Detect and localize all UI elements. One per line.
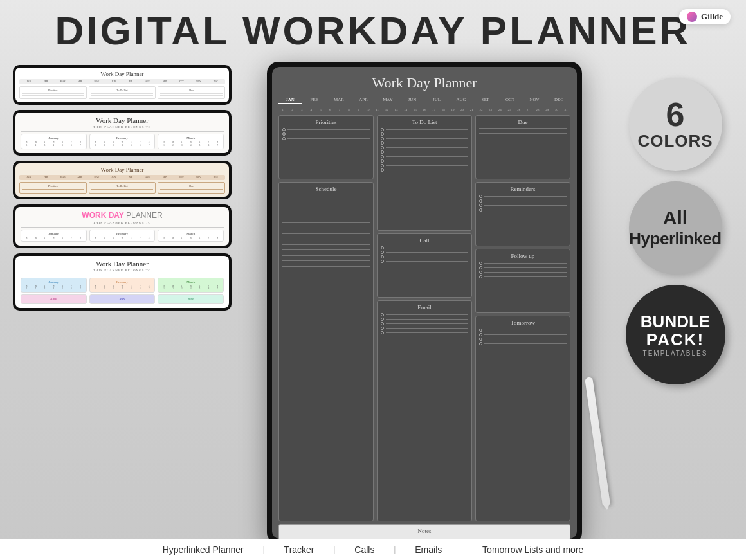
mini-tablet-5: Work Day Planner THIS PLANNER BELONGS TO… — [13, 253, 232, 311]
mini-tablet-1: Work Day Planner JAN FEB MAR APR MAY JUN… — [13, 65, 232, 105]
mini-tablet-5-screen: Work Day Planner THIS PLANNER BELONGS TO… — [15, 256, 229, 308]
mini-tablet-1-title: Work Day Planner — [19, 71, 225, 77]
planner-middle-column: To Do List — [377, 115, 472, 521]
email-box: Email — [377, 300, 472, 521]
hyperlinked-line1: All — [663, 207, 687, 229]
bottom-text-5: Tomorrow Lists and more — [482, 545, 583, 555]
followup-title: Follow up — [479, 253, 567, 259]
stylus — [585, 377, 610, 505]
priorities-title: Priorities — [282, 119, 370, 125]
mini-tablet-1-nav: JAN FEB MAR APR MAY JUN JUL AUG SEP OCT … — [19, 79, 225, 84]
bottom-text-4: Emails — [415, 545, 442, 555]
month-feb[interactable]: FEB — [303, 96, 326, 104]
center-tablet-area: Work Day Planner JAN FEB MAR APR MAY JUN… — [244, 59, 605, 554]
right-badges: 6 COLORS All Hyperlinked BUNDLE PACK! TE… — [617, 59, 733, 554]
mini-tablet-5-subtitle: THIS PLANNER BELONGS TO — [21, 269, 224, 272]
mini-tablet-2-screen: Work Day Planner THIS PLANNER BELONGS TO… — [15, 113, 229, 153]
main-title: DIGITAL WORKDAY PLANNER — [0, 8, 746, 53]
notes-box: Notes — [278, 524, 570, 539]
month-sep[interactable]: SEP — [474, 96, 497, 104]
followup-box: Follow up — [475, 249, 570, 313]
reminders-title: Reminders — [479, 186, 567, 192]
month-jul[interactable]: JUL — [425, 96, 448, 104]
todo-box: To Do List — [377, 115, 472, 231]
bottom-text-1: Hyperlinked Planner — [163, 545, 244, 555]
due-title: Due — [479, 119, 567, 125]
month-oct[interactable]: OCT — [498, 96, 522, 104]
mini-tablet-4-months: January SMTWTFS February SMTWTFS — [21, 230, 224, 242]
big-tablet-screen: Work Day Planner JAN FEB MAR APR MAY JUN… — [272, 67, 577, 539]
todo-title: To Do List — [381, 119, 468, 125]
bundle-sub: TEMPLATABLES — [643, 350, 708, 357]
mini-tablet-4-title: WORK DAY PLANNER — [21, 211, 224, 220]
mini-tablet-2-months: January SMTWTFS 1234567 February SMTWTFS… — [21, 134, 224, 149]
mini-tablet-3-sections: Priorities To Do List Due — [19, 182, 225, 194]
colors-badge: 6 COLORS — [629, 78, 722, 171]
brand-badge: Gillde — [679, 9, 731, 24]
planner-grid: Priorities Schedule — [278, 115, 570, 521]
brand-dot-icon — [687, 12, 697, 22]
month-jan[interactable]: JAN — [278, 96, 302, 104]
priorities-box: Priorities — [278, 115, 374, 179]
header: DIGITAL WORKDAY PLANNER Gillde — [0, 0, 746, 59]
planner-left-column: Priorities Schedule — [278, 115, 374, 521]
bottom-bar: Hyperlinked Planner | Tracker | Calls | … — [0, 539, 746, 560]
colors-label: COLORS — [637, 131, 713, 151]
month-navigation: JAN FEB MAR APR MAY JUN JUL AUG SEP OCT … — [278, 96, 570, 105]
big-tablet: Work Day Planner JAN FEB MAR APR MAY JUN… — [267, 62, 582, 544]
bundle-badge: BUNDLE PACK! TEMPLATABLES — [626, 285, 725, 384]
bottom-text-3: Calls — [354, 545, 374, 555]
hyperlinked-line2: Hyperlinked — [629, 229, 721, 249]
due-box: Due — [475, 115, 570, 179]
month-aug[interactable]: AUG — [450, 96, 473, 104]
mini-tablet-2-title: Work Day Planner — [21, 116, 224, 124]
mini-tablet-4-subtitle: THIS PLANNER BELONGS TO — [21, 221, 224, 224]
mini-tablet-5-title: Work Day Planner — [21, 260, 224, 267]
hyperlinked-badge: All Hyperlinked — [629, 181, 722, 275]
mini-tablet-3-screen: Work Day Planner JAN FEB MAR APR MAY JUN… — [15, 163, 229, 197]
call-box: Call — [377, 233, 472, 298]
planner-content: Work Day Planner JAN FEB MAR APR MAY JUN… — [272, 67, 577, 539]
mini-tablet-5-months-top: January SMTWTFS 1234567 February SMTWTFS… — [21, 278, 224, 293]
planner-right-column: Due Reminders — [475, 115, 570, 521]
mini-tablet-4: WORK DAY PLANNER THIS PLANNER BELONGS TO… — [13, 204, 232, 249]
mini-tablet-1-screen: Work Day Planner JAN FEB MAR APR MAY JUN… — [15, 68, 229, 102]
schedule-title: Schedule — [282, 186, 370, 192]
tomorrow-box: Tomorrow — [475, 316, 570, 521]
month-dec[interactable]: DEC — [547, 96, 570, 104]
email-title: Email — [381, 304, 468, 311]
schedule-box: Schedule — [278, 182, 374, 521]
reminders-box: Reminders — [475, 182, 570, 246]
call-title: Call — [381, 237, 468, 244]
month-may[interactable]: MAY — [376, 96, 399, 104]
main-content: Work Day Planner JAN FEB MAR APR MAY JUN… — [0, 59, 746, 554]
month-jun[interactable]: JUN — [401, 96, 424, 104]
mini-tablet-2: Work Day Planner THIS PLANNER BELONGS TO… — [13, 110, 232, 156]
mini-tablet-3-nav: JAN FEB MAR APR MAY JUN JUL AUG SEP OCT … — [19, 175, 225, 180]
tablet-stack: Work Day Planner JAN FEB MAR APR MAY JUN… — [13, 59, 232, 554]
bundle-line2: PACK! — [646, 330, 704, 350]
bundle-line1: BUNDLE — [641, 313, 710, 330]
month-apr[interactable]: APR — [352, 96, 375, 104]
planner-title: Work Day Planner — [278, 75, 570, 91]
mini-tablet-3-title: Work Day Planner — [19, 167, 225, 173]
colors-number: 6 — [666, 98, 685, 131]
bottom-text-2: Tracker — [284, 545, 314, 555]
mini-tablet-2-subtitle: THIS PLANNER BELONGS TO — [21, 125, 224, 129]
month-nov[interactable]: NOV — [523, 96, 546, 104]
month-mar[interactable]: MAR — [327, 96, 350, 104]
mini-tablet-1-sections: Priorities To Do List Due — [19, 86, 225, 99]
notes-title: Notes — [282, 528, 567, 534]
date-row: 1234567891011121314151617181920212223242… — [278, 108, 570, 111]
mini-tablet-5-months-bottom: April May June — [21, 294, 224, 304]
mini-tablet-4-screen: WORK DAY PLANNER THIS PLANNER BELONGS TO… — [15, 207, 229, 246]
tomorrow-title: Tomorrow — [479, 320, 567, 326]
mini-tablet-3: Work Day Planner JAN FEB MAR APR MAY JUN… — [13, 161, 232, 199]
brand-name: Gillde — [701, 12, 723, 22]
